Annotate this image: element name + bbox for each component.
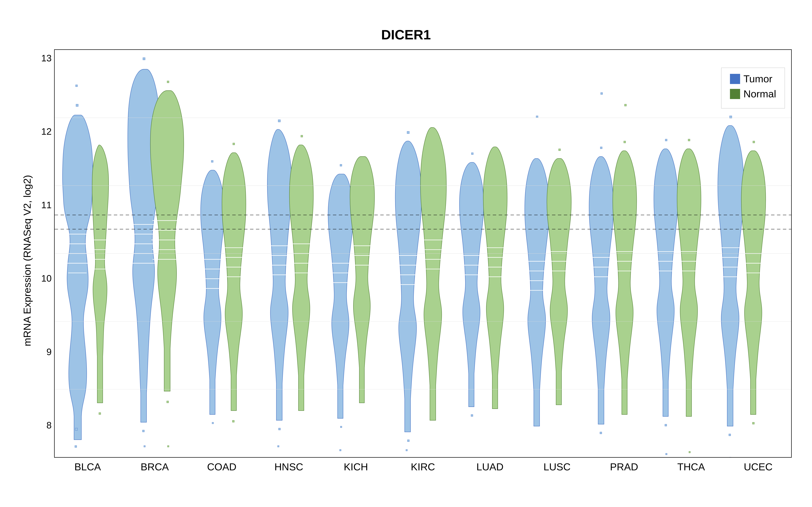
svg-rect-47 xyxy=(278,428,280,430)
svg-rect-67 xyxy=(407,131,409,134)
violin-luad-tumor xyxy=(459,153,484,416)
legend-label-normal: Normal xyxy=(744,88,776,100)
x-tick-coad: COAD xyxy=(188,458,255,473)
svg-rect-5 xyxy=(76,104,78,107)
y-tick-8: 8 xyxy=(46,420,52,431)
chart-inner: DICER1 mRNA Expression (RNASeq V2, log2)… xyxy=(17,17,795,490)
chart-container: DICER1 mRNA Expression (RNASeq V2, log2)… xyxy=(0,0,812,507)
x-tick-hnsc: HNSC xyxy=(255,458,322,473)
dashed-line-lower xyxy=(55,229,791,229)
svg-rect-20 xyxy=(143,430,144,432)
svg-rect-58 xyxy=(340,426,342,428)
violin-brca-normal xyxy=(150,81,186,447)
x-tick-kirc: KIRC xyxy=(390,458,456,473)
plot-area xyxy=(54,49,792,458)
x-tick-lusc: LUSC xyxy=(523,458,591,473)
violin-blca-normal xyxy=(92,145,109,414)
svg-rect-69 xyxy=(406,449,407,451)
svg-rect-96 xyxy=(600,147,602,149)
svg-rect-19 xyxy=(143,58,145,60)
svg-rect-8 xyxy=(75,446,77,447)
x-axis-labels: BLCA BRCA COAD HNSC KICH KIRC LUAD LUSC … xyxy=(37,458,792,473)
svg-rect-28 xyxy=(167,401,168,403)
legend-label-tumor: Tumor xyxy=(744,73,772,85)
svg-rect-29 xyxy=(167,446,169,447)
svg-rect-68 xyxy=(407,440,409,442)
y-tick-10: 10 xyxy=(41,273,52,284)
svg-rect-6 xyxy=(75,85,78,87)
svg-rect-41 xyxy=(233,420,234,422)
legend-box-tumor xyxy=(730,74,740,84)
y-axis-label: mRNA Expression (RNASeq V2, log2) xyxy=(17,49,37,472)
violin-lusc-normal xyxy=(547,149,572,405)
violin-ucec-normal xyxy=(741,141,766,424)
svg-rect-113 xyxy=(688,139,690,141)
violin-thca-normal xyxy=(677,139,702,453)
svg-rect-109 xyxy=(666,453,667,455)
x-tick-ucec: UCEC xyxy=(725,458,792,473)
svg-rect-53 xyxy=(301,135,303,137)
svg-rect-34 xyxy=(211,160,213,162)
x-tick-thca: THCA xyxy=(658,458,724,473)
x-tick-prad: PRAD xyxy=(591,458,658,473)
svg-rect-97 xyxy=(601,93,603,94)
violins-svg xyxy=(55,50,791,457)
chart-body: mRNA Expression (RNASeq V2, log2) 13 12 … xyxy=(17,49,795,472)
svg-rect-21 xyxy=(144,446,145,447)
x-tick-blca: BLCA xyxy=(54,458,121,473)
legend-item-tumor: Tumor xyxy=(730,73,776,85)
svg-rect-48 xyxy=(277,446,279,447)
violin-kirc-normal xyxy=(420,127,448,420)
y-tick-9: 9 xyxy=(46,346,52,357)
legend-box-normal xyxy=(730,89,740,99)
dashed-line-upper xyxy=(55,215,791,215)
violin-prad-tumor xyxy=(589,93,614,434)
violin-hnsc-tumor xyxy=(267,120,292,447)
svg-rect-7 xyxy=(75,428,78,431)
y-tick-11: 11 xyxy=(41,200,52,210)
svg-rect-102 xyxy=(624,141,625,143)
svg-rect-121 xyxy=(729,434,730,436)
svg-rect-114 xyxy=(689,451,691,453)
svg-rect-57 xyxy=(340,164,342,166)
y-tick-12: 12 xyxy=(41,126,52,137)
svg-rect-59 xyxy=(340,449,341,451)
violin-luad-normal xyxy=(483,147,508,409)
plot-area-row: 13 12 11 10 9 8 xyxy=(37,49,795,458)
y-tick-13: 13 xyxy=(41,53,52,64)
violin-coad-normal xyxy=(222,143,247,422)
violin-kich-tumor xyxy=(328,164,354,451)
svg-rect-46 xyxy=(278,120,281,122)
violin-ucec-tumor xyxy=(718,98,745,457)
svg-rect-40 xyxy=(233,143,235,145)
svg-rect-92 xyxy=(559,149,560,151)
x-tick-kich: KICH xyxy=(322,458,389,473)
svg-rect-128 xyxy=(753,422,754,424)
violin-thca-tumor xyxy=(654,139,679,455)
violin-blca-tumor xyxy=(63,85,93,448)
svg-rect-13 xyxy=(99,412,101,414)
svg-rect-78 xyxy=(471,153,473,155)
violin-kich-normal xyxy=(350,157,375,403)
svg-rect-88 xyxy=(536,116,538,118)
y-ticks: 13 12 11 10 9 8 xyxy=(37,49,54,458)
svg-rect-103 xyxy=(624,104,626,106)
x-tick-luad: LUAD xyxy=(456,458,523,473)
svg-rect-107 xyxy=(665,139,667,141)
svg-rect-27 xyxy=(167,81,169,83)
svg-rect-127 xyxy=(753,141,755,143)
violin-lusc-tumor xyxy=(525,116,551,426)
chart-title: DICER1 xyxy=(17,17,795,43)
violin-hnsc-normal xyxy=(290,135,315,411)
legend: Tumor Normal xyxy=(721,68,785,109)
violin-prad-normal xyxy=(613,104,638,414)
legend-item-normal: Normal xyxy=(730,88,776,100)
chart-right: 13 12 11 10 9 8 xyxy=(37,49,795,472)
svg-rect-79 xyxy=(471,414,473,416)
violin-kirc-tumor xyxy=(395,131,422,457)
x-tick-brca: BRCA xyxy=(121,458,188,473)
svg-rect-108 xyxy=(665,424,667,426)
svg-rect-98 xyxy=(600,432,602,434)
svg-rect-35 xyxy=(212,422,213,424)
